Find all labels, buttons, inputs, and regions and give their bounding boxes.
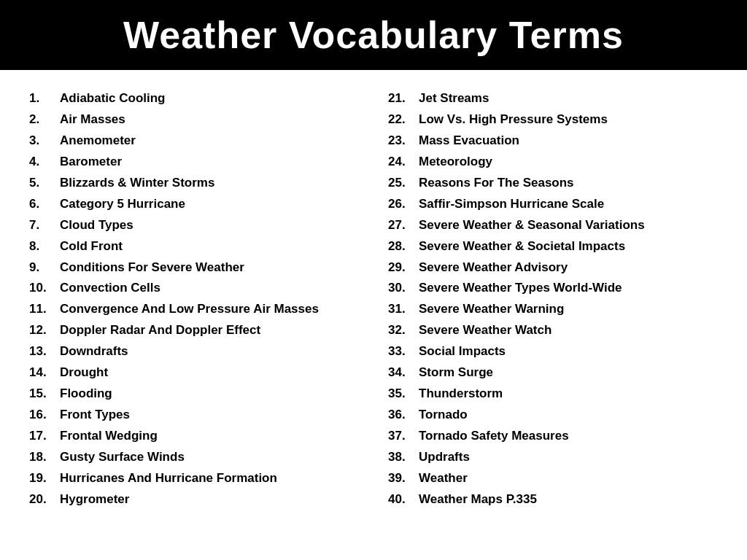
item-number: 39.	[388, 470, 419, 487]
item-number: 7.	[29, 217, 60, 234]
item-text: Category 5 Hurricane	[60, 196, 359, 213]
item-text: Weather Maps P.335	[419, 491, 718, 508]
list-item: 6.Category 5 Hurricane	[29, 196, 359, 213]
item-number: 28.	[388, 238, 419, 255]
item-text: Adiabatic Cooling	[60, 90, 359, 107]
item-number: 13.	[29, 343, 60, 360]
column-1: 1.Adiabatic Cooling2.Air Masses3.Anemome…	[29, 90, 359, 513]
item-text: Meteorology	[419, 154, 718, 171]
list-item: 11.Convergence And Low Pressure Air Mass…	[29, 301, 359, 318]
page-title: Weather Vocabulary Terms	[22, 13, 725, 57]
item-number: 5.	[29, 175, 60, 192]
list-item: 4.Barometer	[29, 154, 359, 171]
item-number: 2.	[29, 112, 60, 128]
list-item: 10.Convection Cells	[29, 280, 359, 297]
item-text: Frontal Wedging	[60, 428, 359, 445]
list-item: 20.Hygrometer	[29, 491, 359, 508]
list-item: 31.Severe Weather Warning	[388, 301, 718, 318]
item-number: 40.	[388, 491, 419, 508]
item-text: Front Types	[60, 407, 359, 424]
list-item: 25.Reasons For The Seasons	[388, 175, 718, 192]
item-number: 14.	[29, 365, 60, 381]
list-item: 34.Storm Surge	[388, 365, 718, 381]
item-text: Weather	[419, 470, 718, 487]
list-item: 39.Weather	[388, 470, 718, 487]
item-text: Drought	[60, 365, 359, 381]
item-number: 37.	[388, 428, 419, 445]
item-text: Tornado	[419, 407, 718, 424]
item-number: 36.	[388, 407, 419, 424]
list-item: 7.Cloud Types	[29, 217, 359, 234]
item-text: Convergence And Low Pressure Air Masses	[60, 301, 359, 318]
list-item: 9.Conditions For Severe Weather	[29, 260, 359, 276]
item-text: Severe Weather Warning	[419, 301, 718, 318]
item-number: 9.	[29, 260, 60, 276]
list-item: 40.Weather Maps P.335	[388, 491, 718, 508]
item-number: 22.	[388, 112, 419, 128]
item-text: Blizzards & Winter Storms	[60, 175, 359, 192]
item-text: Severe Weather & Seasonal Variations	[419, 217, 718, 234]
list-item: 5.Blizzards & Winter Storms	[29, 175, 359, 192]
item-text: Jet Streams	[419, 90, 718, 107]
list-item: 26.Saffir-Simpson Hurricane Scale	[388, 196, 718, 213]
item-text: Gusty Surface Winds	[60, 449, 359, 466]
list-item: 13.Downdrafts	[29, 343, 359, 360]
item-text: Storm Surge	[419, 365, 718, 381]
item-text: Cloud Types	[60, 217, 359, 234]
item-number: 33.	[388, 343, 419, 360]
item-text: Thunderstorm	[419, 386, 718, 402]
item-text: Downdrafts	[60, 343, 359, 360]
item-text: Hygrometer	[60, 491, 359, 508]
item-text: Severe Weather Advisory	[419, 260, 718, 276]
item-number: 10.	[29, 280, 60, 297]
item-text: Saffir-Simpson Hurricane Scale	[419, 196, 718, 213]
item-text: Severe Weather Watch	[419, 322, 718, 339]
item-number: 31.	[388, 301, 419, 318]
item-number: 26.	[388, 196, 419, 213]
item-number: 30.	[388, 280, 419, 297]
item-text: Updrafts	[419, 449, 718, 466]
item-number: 25.	[388, 175, 419, 192]
list-item: 15.Flooding	[29, 386, 359, 402]
list-item: 18.Gusty Surface Winds	[29, 449, 359, 466]
item-number: 12.	[29, 322, 60, 339]
item-number: 34.	[388, 365, 419, 381]
list-item: 1.Adiabatic Cooling	[29, 90, 359, 107]
list-item: 38.Updrafts	[388, 449, 718, 466]
list-item: 37.Tornado Safety Measures	[388, 428, 718, 445]
list-item: 23.Mass Evacuation	[388, 133, 718, 149]
item-text: Flooding	[60, 386, 359, 402]
list-item: 33.Social Impacts	[388, 343, 718, 360]
item-text: Hurricanes And Hurricane Formation	[60, 470, 359, 487]
content-area: 1.Adiabatic Cooling2.Air Masses3.Anemome…	[0, 70, 747, 527]
column-2: 21.Jet Streams22.Low Vs. High Pressure S…	[388, 90, 718, 513]
list-item: 8.Cold Front	[29, 238, 359, 255]
list-item: 19.Hurricanes And Hurricane Formation	[29, 470, 359, 487]
item-text: Severe Weather Types World-Wide	[419, 280, 718, 297]
item-number: 6.	[29, 196, 60, 213]
list-item: 22.Low Vs. High Pressure Systems	[388, 112, 718, 128]
item-number: 17.	[29, 428, 60, 445]
list-item: 27.Severe Weather & Seasonal Variations	[388, 217, 718, 234]
list-item: 17.Frontal Wedging	[29, 428, 359, 445]
item-number: 16.	[29, 407, 60, 424]
item-number: 32.	[388, 322, 419, 339]
list-item: 30.Severe Weather Types World-Wide	[388, 280, 718, 297]
list-item: 32.Severe Weather Watch	[388, 322, 718, 339]
item-number: 21.	[388, 90, 419, 107]
item-number: 29.	[388, 260, 419, 276]
item-number: 24.	[388, 154, 419, 171]
list-1: 1.Adiabatic Cooling2.Air Masses3.Anemome…	[29, 90, 359, 508]
list-item: 24.Meteorology	[388, 154, 718, 171]
item-text: Tornado Safety Measures	[419, 428, 718, 445]
item-text: Mass Evacuation	[419, 133, 718, 149]
item-number: 20.	[29, 491, 60, 508]
list-item: 29.Severe Weather Advisory	[388, 260, 718, 276]
page-header: Weather Vocabulary Terms	[0, 0, 747, 70]
list-item: 35.Thunderstorm	[388, 386, 718, 402]
item-text: Conditions For Severe Weather	[60, 260, 359, 276]
item-number: 27.	[388, 217, 419, 234]
item-number: 4.	[29, 154, 60, 171]
item-number: 3.	[29, 133, 60, 149]
item-text: Anemometer	[60, 133, 359, 149]
